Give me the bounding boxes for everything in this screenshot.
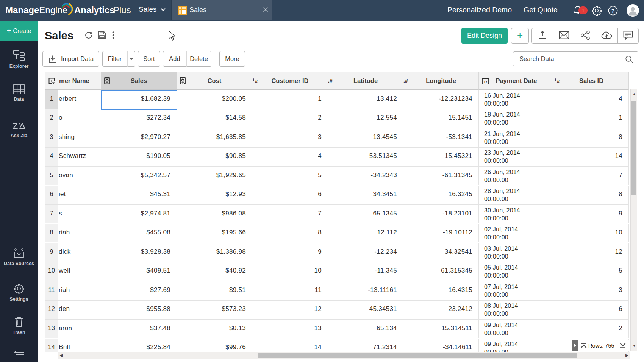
svg-text:?: ? — [611, 8, 615, 14]
